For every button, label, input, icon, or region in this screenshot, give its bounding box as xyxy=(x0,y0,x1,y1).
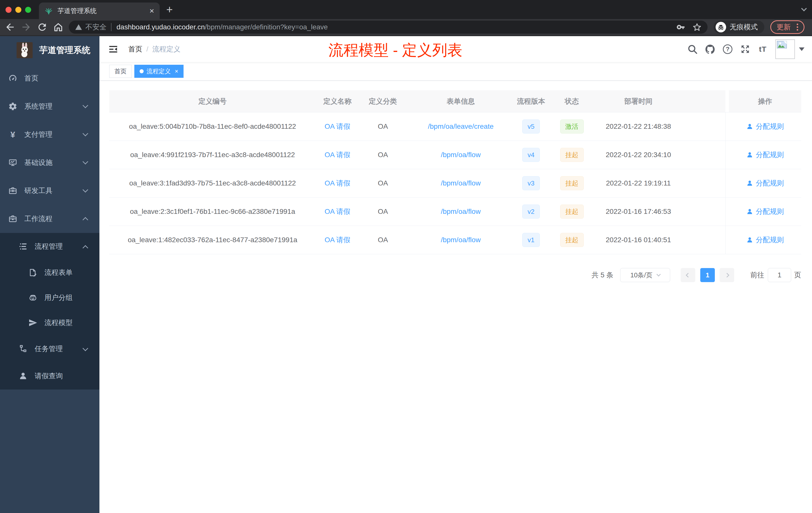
chevron-right-icon xyxy=(725,273,729,277)
traffic-light-close[interactable] xyxy=(5,7,11,13)
column-header-version: 流程版本 xyxy=(515,90,547,112)
user-icon xyxy=(746,180,753,187)
cell-deploy-time: 2022-01-16 17:46:53 xyxy=(596,198,680,225)
help-icon[interactable]: ? xyxy=(722,44,733,55)
cell-definition-id: oa_leave:1:482ec033-762a-11ec-8477-a2380… xyxy=(109,226,316,254)
tab-title: 芋道管理系统 xyxy=(58,6,147,15)
back-button[interactable] xyxy=(4,22,16,33)
chevron-left-icon xyxy=(686,273,690,277)
prev-page-button[interactable] xyxy=(681,268,695,282)
github-icon[interactable] xyxy=(704,44,716,55)
password-key-icon[interactable] xyxy=(676,23,686,32)
avatar-caret-icon[interactable] xyxy=(799,48,805,51)
cell-filler xyxy=(680,226,725,254)
assign-rule-link[interactable]: 分配规则 xyxy=(746,122,784,131)
font-size-icon[interactable]: tT xyxy=(757,44,768,55)
security-label[interactable]: 不安全 xyxy=(85,22,107,32)
sidebar-item-dev-tools[interactable]: 研发工具 xyxy=(0,177,99,205)
table-row: oa_leave:3:1fad3d93-7b75-11ec-a3c8-acde4… xyxy=(109,169,801,198)
user-icon xyxy=(746,123,753,130)
sidebar-fold-icon[interactable] xyxy=(108,44,118,55)
definition-name-link[interactable]: OA 请假 xyxy=(325,122,350,131)
sidebar-item-payment-management[interactable]: ¥支付管理 xyxy=(0,120,99,149)
sidebar-item-label: 请假查询 xyxy=(35,371,63,381)
sidebar-item-infrastructure[interactable]: 基础设施 xyxy=(0,149,99,177)
user-icon xyxy=(746,236,753,243)
sidebar-item-system-management[interactable]: 系统管理 xyxy=(0,92,99,120)
new-tab-button[interactable]: + xyxy=(165,5,174,15)
sidebar-item-user-group[interactable]: 用户分组 xyxy=(0,285,99,310)
site-favicon-icon xyxy=(45,6,53,15)
definition-name-link[interactable]: OA 请假 xyxy=(325,207,350,216)
form-info-link[interactable]: /bpm/oa/leave/create xyxy=(428,122,494,130)
traffic-light-minimize[interactable] xyxy=(15,7,21,13)
assign-rule-link[interactable]: 分配规则 xyxy=(746,150,784,160)
page-number-button[interactable]: 1 xyxy=(700,268,715,282)
sidebar-item-label: 流程模型 xyxy=(45,318,72,328)
reload-button[interactable] xyxy=(37,22,48,33)
fullscreen-icon[interactable] xyxy=(740,44,751,55)
version-tag: v3 xyxy=(522,176,540,190)
column-header-id: 定义编号 xyxy=(109,90,316,112)
select-chevron-icon xyxy=(656,272,661,277)
tag-process-definition[interactable]: 流程定义 × xyxy=(134,65,183,78)
sidebar-item-process-form[interactable]: 流程表单 xyxy=(0,260,99,285)
cell-definition-id: oa_leave:3:1fad3d93-7b75-11ec-a3c8-acde4… xyxy=(109,169,316,197)
app-frame: 芋道管理系统 首页系统管理¥支付管理基础设施研发工具工作流程流程管理流程表单用户… xyxy=(0,36,812,513)
url-text[interactable]: dashboard.yudao.iocoder.cn/bpm/manager/d… xyxy=(116,23,669,31)
search-icon[interactable] xyxy=(687,44,698,55)
table-row: oa_leave:1:482ec033-762a-11ec-8477-a2380… xyxy=(109,226,801,254)
sidebar-item-home[interactable]: 首页 xyxy=(0,64,99,92)
home-button[interactable] xyxy=(53,22,64,33)
definition-name-link[interactable]: OA 请假 xyxy=(325,235,350,245)
breadcrumb-home[interactable]: 首页 xyxy=(128,44,142,54)
breadcrumb-separator: / xyxy=(146,45,148,53)
tab-close-icon[interactable]: × xyxy=(149,7,154,15)
address-bar[interactable]: 不安全 dashboard.yudao.iocoder.cn/bpm/manag… xyxy=(69,21,707,34)
traffic-light-zoom[interactable] xyxy=(25,7,31,13)
column-header-category: 定义分类 xyxy=(359,90,407,112)
assign-rule-link[interactable]: 分配规则 xyxy=(746,207,784,216)
bookmark-star-icon[interactable] xyxy=(693,23,701,32)
next-page-button[interactable] xyxy=(720,268,734,282)
tab-search-chevron-icon[interactable] xyxy=(801,6,807,11)
form-info-link[interactable]: /bpm/oa/flow xyxy=(441,236,481,244)
cell-action: 分配规则 xyxy=(729,141,801,169)
security-warning-icon[interactable] xyxy=(75,23,82,31)
version-tag: v1 xyxy=(522,233,540,247)
tag-active-label: 流程定义 xyxy=(147,67,171,75)
form-info-link[interactable]: /bpm/oa/flow xyxy=(441,208,481,216)
page-size-select[interactable]: 10条/页 xyxy=(620,268,670,282)
assign-rule-link[interactable]: 分配规则 xyxy=(746,235,784,245)
definition-name-link[interactable]: OA 请假 xyxy=(325,178,350,188)
browser-tab[interactable]: 芋道管理系统 × xyxy=(39,2,160,19)
toolbox-icon xyxy=(8,186,17,195)
page-annotation: 流程模型 - 定义列表 xyxy=(328,40,462,60)
sidebar-item-workflow[interactable]: 工作流程 xyxy=(0,205,99,233)
sidebar-item-process-model[interactable]: 流程模型 xyxy=(0,310,99,335)
update-button[interactable]: 更新 xyxy=(770,20,805,34)
sidebar-logo-row[interactable]: 芋道管理系统 xyxy=(0,36,99,64)
tag-close-icon[interactable]: × xyxy=(175,68,178,75)
assign-rule-link[interactable]: 分配规则 xyxy=(746,178,784,188)
fixed-column-gap xyxy=(725,169,729,197)
cell-form-info: /bpm/oa/leave/create xyxy=(407,113,515,141)
sidebar-item-leave-query[interactable]: 请假查询 xyxy=(0,362,99,390)
form-info-link[interactable]: /bpm/oa/flow xyxy=(441,151,481,159)
forward-button[interactable] xyxy=(21,22,32,33)
sidebar-item-label: 研发工具 xyxy=(24,186,53,195)
fixed-column-gap xyxy=(725,141,729,169)
sidebar-item-label: 用户分组 xyxy=(45,293,72,302)
fixed-column-gap xyxy=(725,198,729,225)
tag-home[interactable]: 首页 xyxy=(109,65,132,78)
goto-page-input[interactable]: 1 xyxy=(768,268,791,282)
form-info-link[interactable]: /bpm/oa/flow xyxy=(441,179,481,187)
sidebar-item-task-management[interactable]: 任务管理 xyxy=(0,335,99,362)
omnibox-divider xyxy=(111,23,112,31)
definition-name-link[interactable]: OA 请假 xyxy=(325,150,350,160)
sidebar-item-process-management[interactable]: 流程管理 xyxy=(0,233,99,260)
cell-category: OA xyxy=(359,113,407,141)
avatar[interactable] xyxy=(775,39,795,59)
version-tag: v2 xyxy=(522,205,540,219)
browser-menu-icon[interactable] xyxy=(795,24,800,31)
